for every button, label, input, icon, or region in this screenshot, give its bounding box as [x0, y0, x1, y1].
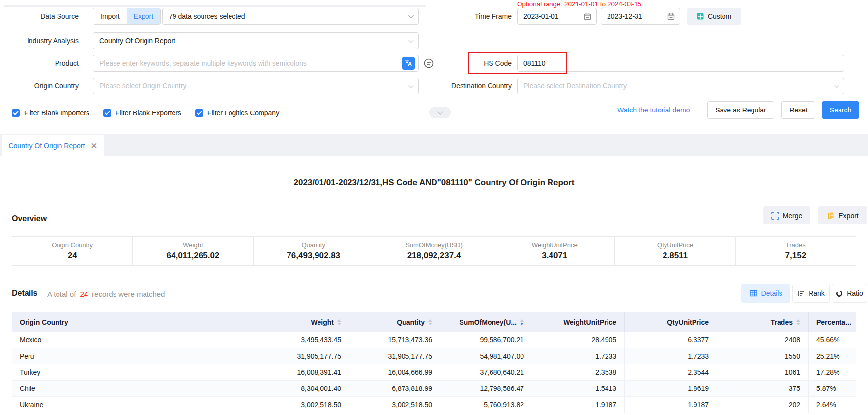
- import-toggle-button[interactable]: Import: [93, 8, 127, 24]
- merge-button[interactable]: Merge: [763, 206, 810, 224]
- sort-icons-active-desc[interactable]: [520, 319, 524, 325]
- product-keywords-input[interactable]: [93, 55, 419, 72]
- checkbox-label: Filter Logitics Company: [207, 109, 279, 117]
- stat-quantity: Quantity 76,493,902.83: [253, 237, 374, 265]
- tutorial-demo-link[interactable]: Watch the tutorial demo: [617, 101, 690, 119]
- table-row-peru: Peru 31,905,177.75 31,905,177.75 54,981,…: [12, 348, 856, 364]
- overview-heading: Overview: [12, 214, 47, 223]
- export-button[interactable]: Export: [818, 206, 867, 224]
- destination-country-placeholder: Please select Destination Country: [523, 82, 627, 90]
- data-source-label: Data Source: [0, 8, 79, 25]
- view-rank-button[interactable]: Rank: [792, 284, 830, 303]
- industry-analysis-dropdown[interactable]: Country Of Origin Report: [93, 32, 419, 49]
- start-date-value: 2023-01-01: [523, 12, 559, 20]
- chevron-down-icon: [437, 110, 443, 115]
- origin-country-placeholder: Please select Origin Country: [99, 82, 186, 90]
- expand-filters-button[interactable]: [429, 107, 451, 118]
- sort-icons[interactable]: [428, 319, 432, 325]
- checkbox-checked-icon: [103, 109, 111, 117]
- table-icon: [750, 289, 757, 297]
- save-as-regular-button[interactable]: Save as Regular: [707, 101, 774, 119]
- destination-country-select[interactable]: Please select Destination Country: [517, 78, 844, 94]
- column-header-percentage: Percenta...: [809, 312, 856, 332]
- hs-code-input[interactable]: [517, 55, 844, 72]
- hs-code-label: HS Code: [433, 55, 512, 72]
- sort-icons[interactable]: [796, 319, 800, 325]
- filter-blank-exporters-checkbox[interactable]: Filter Blank Exporters: [103, 109, 181, 117]
- destination-country-label: Destination Country: [433, 78, 512, 94]
- chevron-down-icon: [408, 83, 414, 88]
- start-date-field[interactable]: 2023-01-01: [517, 8, 597, 25]
- filter-blank-importers-checkbox[interactable]: Filter Blank Importers: [12, 109, 89, 117]
- time-frame-label: Time Frame: [433, 8, 512, 25]
- end-date-field[interactable]: 2023-12-31: [601, 8, 680, 25]
- calendar-icon: [584, 13, 591, 20]
- industry-analysis-label: Industry Analysis: [0, 32, 79, 49]
- table-row-mexico: Mexico 3,495,433.45 15,713,473.36 99,586…: [12, 332, 856, 348]
- custom-button-label: Custom: [708, 12, 731, 20]
- column-header-weight[interactable]: Weight: [257, 312, 349, 332]
- trade-data-analysis-page: Optional range: 2021-01-01 to 2024-03-15…: [0, 0, 868, 415]
- checkbox-checked-icon: [195, 109, 203, 117]
- calendar-icon: [667, 13, 675, 20]
- table-row-turkey: Turkey 16,008,391.41 16,004,666.99 37,68…: [12, 364, 856, 381]
- merge-button-label: Merge: [783, 212, 803, 220]
- column-header-quantity[interactable]: Quantity: [349, 312, 440, 332]
- pie-ratio-icon: [836, 290, 843, 297]
- column-header-weight-unit-price: WeightUnitPrice: [532, 312, 625, 332]
- column-header-sum-of-money[interactable]: SumOfMoney(U...: [440, 312, 532, 332]
- details-button-label: Details: [761, 289, 782, 297]
- checkbox-label: Filter Blank Importers: [24, 109, 89, 117]
- column-header-origin-country: Origin Country: [12, 312, 257, 332]
- table-header-row: Origin Country Weight Quantity SumOfMone…: [12, 312, 856, 332]
- stat-qty-unit-price: QtyUnitPrice 2.8511: [614, 237, 735, 265]
- optional-range-note: Optional range: 2021-01-01 to 2024-03-15: [517, 0, 641, 8]
- data-sources-dropdown[interactable]: 79 data sources selected: [162, 8, 419, 25]
- reset-button[interactable]: Reset: [781, 101, 815, 119]
- stat-weight: Weight 64,011,265.02: [132, 237, 253, 265]
- stat-weight-unit-price: WeightUnitPrice 3.4071: [494, 237, 614, 265]
- view-ratio-button[interactable]: Ratio: [832, 284, 867, 303]
- close-tab-icon[interactable]: ✕: [90, 142, 97, 150]
- data-source-toggle: Import Export: [93, 8, 161, 25]
- table-row-ukraine: Ukraine 3,002,518.50 3,002,518.50 5,760,…: [12, 397, 856, 413]
- export-button-label: Export: [839, 212, 858, 220]
- rank-button-label: Rank: [809, 289, 825, 297]
- report-tab-strip: Country Of Origin Report ✕: [0, 134, 868, 156]
- table-row-chile: Chile 8,304,001.40 6,873,818.99 12,798,5…: [12, 381, 856, 397]
- stat-origin-country: Origin Country 24: [12, 237, 132, 265]
- grid-icon: [697, 13, 704, 20]
- origin-country-label: Origin Country: [0, 78, 79, 94]
- overview-stats-bar: Origin Country 24 Weight 64,011,265.02 Q…: [12, 236, 856, 266]
- chevron-down-icon: [408, 37, 414, 43]
- industry-analysis-value: Country Of Origin Report: [99, 37, 175, 45]
- filter-logitics-company-checkbox[interactable]: Filter Logitics Company: [195, 109, 279, 117]
- records-matched-summary: A total of 24 records were matched: [47, 290, 165, 298]
- tab-country-of-origin-report[interactable]: Country Of Origin Report ✕: [2, 135, 104, 157]
- view-details-button[interactable]: Details: [741, 284, 790, 303]
- details-heading: Details: [12, 289, 37, 298]
- column-header-qty-unit-price: QtyUnitPrice: [625, 312, 717, 332]
- export-toggle-button[interactable]: Export: [127, 8, 160, 24]
- merge-icon: [771, 212, 779, 220]
- search-button[interactable]: Search: [822, 101, 859, 119]
- record-count: 24: [80, 290, 88, 298]
- chevron-down-icon: [408, 13, 414, 18]
- rank-icon: [797, 290, 805, 297]
- svg-text:A: A: [408, 61, 412, 67]
- origin-country-select[interactable]: Please select Origin Country: [93, 78, 419, 94]
- translate-icon[interactable]: A: [402, 57, 415, 70]
- end-date-value: 2023-12-31: [607, 12, 642, 20]
- details-table: Origin Country Weight Quantity SumOfMone…: [12, 312, 856, 413]
- data-sources-value: 79 data sources selected: [169, 12, 245, 20]
- checkbox-checked-icon: [12, 109, 20, 117]
- custom-range-button[interactable]: Custom: [687, 8, 741, 25]
- top-edge-divider: [4, 5, 426, 7]
- ratio-button-label: Ratio: [847, 289, 863, 297]
- sort-icons[interactable]: [337, 319, 341, 325]
- export-icon: [827, 212, 835, 220]
- report-title: 2023/01/01-2023/12/31,HS Code AND"081110…: [0, 178, 868, 188]
- tab-label: Country Of Origin Report: [8, 142, 85, 150]
- chevron-down-icon: [834, 83, 839, 88]
- column-header-trades[interactable]: Trades: [717, 312, 809, 332]
